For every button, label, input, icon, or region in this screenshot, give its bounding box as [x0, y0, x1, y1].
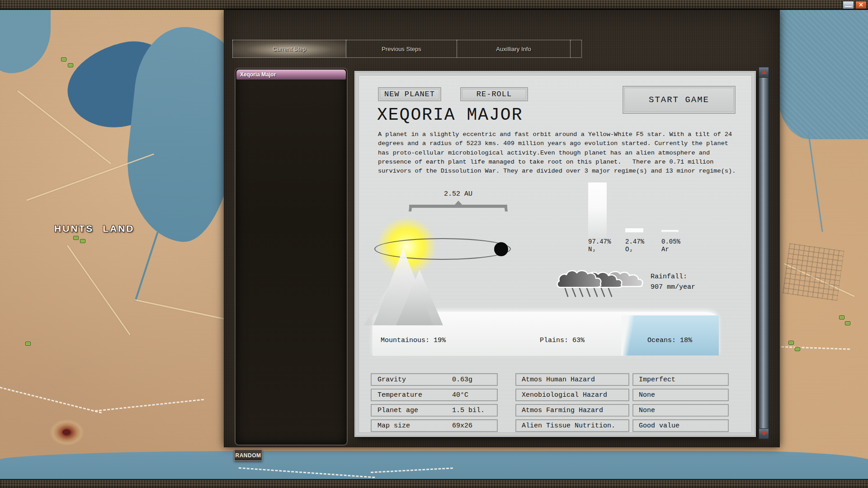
table-row: Atmos Human Hazard Imperfect	[515, 373, 729, 386]
tab-stub	[570, 40, 582, 58]
terrain-oceans-label: Oceans: 18%	[647, 337, 692, 344]
window-titlebar[interactable]	[0, 0, 868, 10]
arrow-down-icon	[761, 432, 767, 436]
scrollbar-track[interactable]	[759, 78, 769, 428]
atmosphere-label-n2: 97.47% N₂	[588, 238, 611, 253]
rainfall-label: Rainfall:	[651, 272, 695, 282]
scroll-up-button[interactable]	[759, 67, 769, 78]
unit-icon[interactable]	[788, 341, 794, 345]
tab-auxilliary-info[interactable]: Auxilliary Info	[457, 40, 571, 58]
city-ruins	[783, 243, 844, 301]
road	[67, 245, 131, 335]
ocean-shape	[0, 0, 51, 73]
atmosphere-bar-o2	[625, 228, 643, 232]
volcano-icon	[50, 419, 84, 446]
scroll-down-button[interactable]	[759, 428, 769, 439]
unit-icon[interactable]	[80, 239, 85, 243]
unit-icon[interactable]	[68, 63, 73, 67]
tab-previous-steps[interactable]: Previous Steps	[346, 40, 457, 58]
orbit-ellipse	[374, 238, 511, 260]
close-button[interactable]: ✕	[855, 1, 867, 9]
planet-description: A planet in a slightly eccentric and fas…	[378, 130, 737, 176]
table-row: Xenobiological Hazard None	[515, 389, 729, 401]
rainfall-text: Rainfall: 907 mm/year	[651, 272, 695, 292]
orbit-distance-label: 2.52 AU	[409, 190, 507, 198]
game-screen: HUNTS LAND ✕ MINI RANDOM Current Step Pr…	[0, 0, 868, 488]
tab-current-step[interactable]: Current Step	[232, 40, 346, 58]
river	[134, 232, 158, 301]
terrain-plains-label: Plains: 63%	[540, 337, 585, 344]
dashed-border	[0, 387, 102, 413]
dialog-scrollbar[interactable]	[759, 67, 769, 439]
table-row: Map size 69x26	[371, 419, 498, 432]
river	[807, 131, 823, 232]
new-planet-button[interactable]: NEW PLANET	[378, 87, 441, 101]
table-row: Planet age 1.5 bil.	[371, 404, 498, 417]
unit-icon[interactable]	[845, 321, 850, 325]
minimize-button[interactable]	[843, 1, 854, 9]
unit-icon[interactable]	[73, 236, 79, 240]
ocean-shape	[778, 7, 868, 139]
planet-list-item[interactable]: Xeqoria Major	[236, 70, 346, 80]
dashed-border	[95, 399, 204, 412]
planet-list-sidebar: Xeqoria Major	[235, 68, 348, 446]
terrain-mountainous-label: Mountainous: 19%	[381, 337, 446, 344]
minimize-icon	[845, 6, 852, 7]
window-bottombar	[0, 479, 868, 488]
region-label: HUNTS LAND	[54, 223, 135, 234]
random-button[interactable]: RANDOM	[234, 450, 262, 461]
planet-stats-table: Gravity 0.63g Temperature 40°C Planet ag…	[371, 373, 498, 432]
atmosphere-bar-n2	[588, 183, 607, 239]
tab-bar: Current Step Previous Steps Auxilliary I…	[232, 40, 582, 58]
unit-icon[interactable]	[25, 342, 31, 346]
table-row: Alien Tissue Nutrition. Good value	[515, 419, 729, 432]
dashed-border	[781, 346, 850, 350]
unit-icon[interactable]	[795, 347, 800, 351]
table-row: Gravity 0.63g	[371, 373, 498, 386]
table-row: Atmos Farming Hazard None	[515, 404, 729, 417]
rainfall-value: 907 mm/year	[651, 282, 695, 292]
planet-icon	[494, 242, 508, 256]
table-row: Temperature 40°C	[371, 389, 498, 401]
orbit-distance-bracket	[409, 203, 507, 210]
arrow-up-icon	[761, 70, 767, 74]
planet-setup-panel: Current Step Previous Steps Auxilliary I…	[224, 10, 780, 447]
unit-icon[interactable]	[61, 57, 66, 61]
atmosphere-bar-ar	[661, 230, 679, 232]
atmosphere-label-ar: 0.05% Ar	[661, 238, 680, 253]
atmosphere-label-o2: 2.47% O₂	[625, 238, 644, 253]
planet-name-title: XEQORIA MAJOR	[377, 105, 523, 125]
planet-info-dialog: NEW PLANET RE-ROLL START GAME XEQORIA MA…	[354, 71, 756, 437]
reroll-button[interactable]: RE-ROLL	[460, 87, 528, 101]
start-game-button[interactable]: START GAME	[623, 86, 736, 114]
ocean-graphic	[623, 315, 719, 356]
rain-clouds-icon	[555, 268, 648, 298]
unit-icon[interactable]	[839, 315, 844, 319]
planet-hazards-table: Atmos Human Hazard Imperfect Xenobiologi…	[515, 373, 729, 432]
